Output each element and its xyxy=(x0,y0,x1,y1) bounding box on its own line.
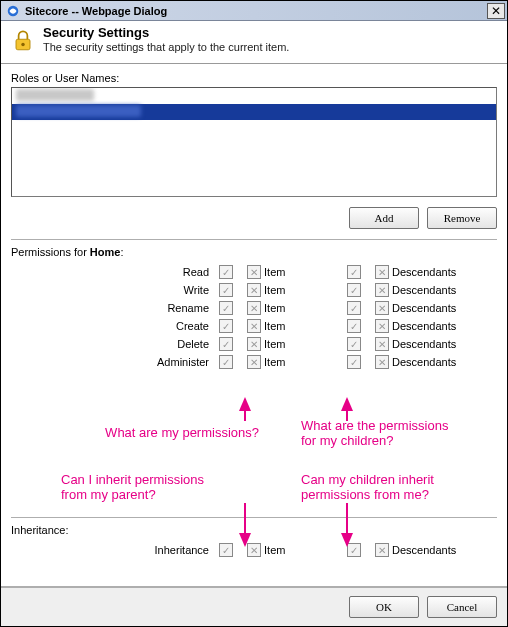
perm-row-label: Rename xyxy=(19,302,219,314)
permissions-grid: Read✓✕ Item✓✕ DescendantsWrite✓✕ Item✓✕ … xyxy=(11,261,497,369)
inherit-desc-col: ✕ Descendants xyxy=(387,543,489,557)
annotation-inherit-parent: Can I inherit permissionsfrom my parent? xyxy=(61,473,251,503)
perm-row-label: Read xyxy=(19,266,219,278)
perm-desc-col: ✕ Descendants xyxy=(387,355,489,369)
perm-item-deny[interactable]: ✕ xyxy=(247,283,261,297)
annotation-children-permissions: What are the permissionsfor my children? xyxy=(301,419,501,449)
inherit-item-allow[interactable]: ✓ xyxy=(219,543,233,557)
perm-item-allow[interactable]: ✓ xyxy=(219,319,233,333)
remove-button[interactable]: Remove xyxy=(427,207,497,229)
window-close-button[interactable]: ✕ xyxy=(487,3,505,19)
perm-desc-deny[interactable]: ✕ xyxy=(375,265,389,279)
app-icon xyxy=(5,3,21,19)
inherit-item-deny[interactable]: ✕ xyxy=(247,543,261,557)
inheritance-section-label: Inheritance: xyxy=(11,524,497,536)
perm-item-allow[interactable]: ✓ xyxy=(219,337,233,351)
roles-list-item[interactable]: ██████████ xyxy=(12,88,496,104)
perm-desc-allow[interactable]: ✓ xyxy=(347,301,361,315)
annotation-my-permissions: What are my permissions? xyxy=(69,426,259,441)
perm-desc-allow[interactable]: ✓ xyxy=(347,355,361,369)
svg-point-2 xyxy=(21,43,25,47)
perm-item-col: ✕ Item xyxy=(259,319,313,333)
perm-desc-col: ✕ Descendants xyxy=(387,337,489,351)
perm-item-allow[interactable]: ✓ xyxy=(219,355,233,369)
perm-row-label: Delete xyxy=(19,338,219,350)
lock-icon xyxy=(9,27,37,55)
perm-item-col: ✕ Item xyxy=(259,265,313,279)
perm-desc-col: ✕ Descendants xyxy=(387,301,489,315)
permissions-label: Permissions for Home: xyxy=(11,246,497,258)
perm-desc-col: ✕ Descendants xyxy=(387,265,489,279)
header-subtitle: The security settings that apply to the … xyxy=(43,41,289,53)
perm-item-allow[interactable]: ✓ xyxy=(219,301,233,315)
perm-row-label: Write xyxy=(19,284,219,296)
perm-row-label: Create xyxy=(19,320,219,332)
inherit-item-col: ✕ Item xyxy=(259,543,313,557)
perm-item-deny[interactable]: ✕ xyxy=(247,301,261,315)
inheritance-grid: Inheritance ✓ ✕ Item ✓ ✕ Descendants xyxy=(11,539,497,557)
perm-item-deny[interactable]: ✕ xyxy=(247,355,261,369)
perm-desc-allow[interactable]: ✓ xyxy=(347,265,361,279)
perm-item-deny[interactable]: ✕ xyxy=(247,337,261,351)
perm-item-col: ✕ Item xyxy=(259,355,313,369)
dialog-header: Security Settings The security settings … xyxy=(1,21,507,64)
perm-item-deny[interactable]: ✕ xyxy=(247,319,261,333)
perm-desc-deny[interactable]: ✕ xyxy=(375,337,389,351)
perm-desc-deny[interactable]: ✕ xyxy=(375,355,389,369)
perm-desc-allow[interactable]: ✓ xyxy=(347,337,361,351)
inherit-desc-allow[interactable]: ✓ xyxy=(347,543,361,557)
inherit-desc-deny[interactable]: ✕ xyxy=(375,543,389,557)
perm-item-col: ✕ Item xyxy=(259,283,313,297)
perm-row-label: Administer xyxy=(19,356,219,368)
titlebar: Sitecore -- Webpage Dialog ✕ xyxy=(1,1,507,21)
roles-list-item[interactable]: ████████████████ xyxy=(12,104,496,120)
perm-desc-deny[interactable]: ✕ xyxy=(375,319,389,333)
perm-item-allow[interactable]: ✓ xyxy=(219,283,233,297)
add-button[interactable]: Add xyxy=(349,207,419,229)
perm-item-col: ✕ Item xyxy=(259,337,313,351)
cancel-button[interactable]: Cancel xyxy=(427,596,497,618)
dialog-footer: OK Cancel xyxy=(1,586,507,626)
perm-item-allow[interactable]: ✓ xyxy=(219,265,233,279)
perm-desc-allow[interactable]: ✓ xyxy=(347,283,361,297)
perm-desc-allow[interactable]: ✓ xyxy=(347,319,361,333)
inheritance-row-label: Inheritance xyxy=(19,544,219,556)
roles-listbox[interactable]: ██████████████████████████ xyxy=(11,87,497,197)
ok-button[interactable]: OK xyxy=(349,596,419,618)
perm-desc-deny[interactable]: ✕ xyxy=(375,283,389,297)
annotation-inherit-children: Can my children inheritpermissions from … xyxy=(301,473,501,503)
perm-item-col: ✕ Item xyxy=(259,301,313,315)
perm-item-deny[interactable]: ✕ xyxy=(247,265,261,279)
perm-desc-col: ✕ Descendants xyxy=(387,319,489,333)
perm-desc-col: ✕ Descendants xyxy=(387,283,489,297)
header-title: Security Settings xyxy=(43,25,289,40)
window-title: Sitecore -- Webpage Dialog xyxy=(25,5,167,17)
perm-desc-deny[interactable]: ✕ xyxy=(375,301,389,315)
roles-label: Roles or User Names: xyxy=(11,72,497,84)
